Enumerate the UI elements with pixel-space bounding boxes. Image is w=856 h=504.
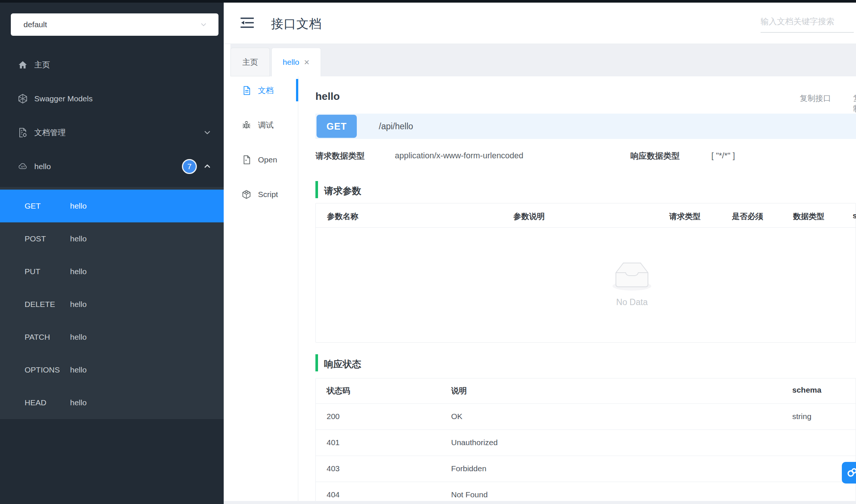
params-col-reqtype: 请求类型 bbox=[669, 211, 701, 222]
floating-settings-button[interactable] bbox=[842, 462, 856, 484]
status-schema: string bbox=[792, 412, 811, 421]
tab-home[interactable]: 主页 bbox=[230, 48, 270, 76]
api-group-select-value: default bbox=[23, 20, 200, 29]
chevron-down-icon bbox=[200, 21, 207, 28]
chevron-up-icon bbox=[203, 162, 212, 171]
params-table: 参数名称 参数说明 请求类型 是否必须 数据类型 schema bbox=[315, 203, 856, 343]
file-gear-icon bbox=[17, 127, 28, 138]
sidebar-submenu-hello: GET hello POST hello PUT hello DELETE he… bbox=[0, 187, 224, 419]
svg-text:API: API bbox=[21, 165, 25, 168]
doc-search[interactable] bbox=[761, 11, 854, 33]
rail-tab-label: 文档 bbox=[258, 85, 274, 96]
rail-divider bbox=[298, 76, 298, 504]
tab-label: hello bbox=[283, 58, 299, 67]
sidebar-endpoint-patch[interactable]: PATCH hello bbox=[0, 321, 224, 354]
method-verb: OPTIONS bbox=[25, 365, 60, 374]
sidebar-item-label: Swagger Models bbox=[34, 94, 92, 103]
sidebar-endpoint-head[interactable]: HEAD hello bbox=[0, 386, 224, 419]
count-badge: 7 bbox=[182, 159, 197, 174]
row-divider bbox=[315, 429, 856, 430]
params-col-schema: schema bbox=[853, 211, 856, 220]
sidebar-endpoint-post[interactable]: POST hello bbox=[0, 222, 224, 255]
params-col-desc: 参数说明 bbox=[513, 211, 545, 222]
rail-tab-script[interactable]: Script bbox=[242, 186, 298, 203]
status-col-schema: schema bbox=[792, 386, 821, 394]
method-verb: POST bbox=[25, 234, 46, 243]
method-name: hello bbox=[70, 333, 86, 342]
sidebar-endpoint-get[interactable]: GET hello bbox=[0, 190, 224, 222]
method-verb: PUT bbox=[25, 267, 40, 276]
method-name: hello bbox=[70, 300, 86, 309]
row-divider bbox=[315, 456, 856, 456]
rail-tab-doc[interactable]: 文档 bbox=[242, 82, 298, 99]
home-icon bbox=[17, 59, 28, 70]
sidebar: default 主页 Swagger Models 文档管理 bbox=[0, 3, 224, 504]
top-strip bbox=[0, 0, 856, 3]
request-type-value: application/x-www-form-urlencoded bbox=[395, 151, 523, 161]
status-desc: OK bbox=[451, 412, 462, 421]
knife4j-app: default 主页 Swagger Models 文档管理 bbox=[0, 0, 856, 504]
status-section-title: 响应状态 bbox=[324, 358, 361, 370]
menu-fold-icon[interactable] bbox=[240, 16, 254, 29]
tab-hello[interactable]: hello ✕ bbox=[271, 48, 321, 76]
method-name: hello bbox=[70, 267, 86, 276]
rail-tab-label: 调试 bbox=[258, 120, 274, 130]
bug-icon bbox=[242, 120, 251, 130]
sidebar-item-home[interactable]: 主页 bbox=[0, 48, 224, 82]
status-table-frame bbox=[315, 378, 856, 504]
rail-tab-label: Open bbox=[258, 155, 277, 164]
params-col-datatype: 数据类型 bbox=[793, 211, 824, 222]
status-code: 404 bbox=[327, 490, 340, 499]
status-desc: Forbidden bbox=[451, 464, 487, 473]
endpoint-url-bar: GET /api/hello bbox=[315, 114, 856, 139]
file-icon bbox=[242, 155, 251, 165]
cube-icon bbox=[17, 93, 28, 104]
file-text-icon bbox=[242, 86, 251, 95]
empty-state bbox=[608, 257, 656, 294]
sidebar-item-label: hello bbox=[34, 162, 51, 171]
status-desc: Unauthorized bbox=[451, 438, 498, 447]
params-col-name: 参数名称 bbox=[327, 211, 358, 222]
chevron-down-icon bbox=[203, 128, 212, 137]
copy-api-link[interactable]: 复制接口 bbox=[800, 93, 831, 104]
method-badge: GET bbox=[317, 115, 357, 138]
empty-inbox-icon bbox=[608, 257, 656, 294]
sidebar-endpoint-delete[interactable]: DELETE hello bbox=[0, 288, 224, 321]
tab-bar bbox=[230, 44, 856, 76]
status-col-code: 状态码 bbox=[327, 386, 350, 396]
sidebar-item-doc-manage[interactable]: 文档管理 bbox=[0, 116, 224, 149]
page-title: 接口文档 bbox=[271, 16, 322, 32]
method-verb: HEAD bbox=[25, 398, 46, 407]
sidebar-item-hello-group[interactable]: API hello 7 bbox=[0, 150, 224, 183]
section-accent-bar bbox=[315, 354, 318, 371]
search-input[interactable] bbox=[761, 11, 854, 32]
method-name: hello bbox=[70, 398, 86, 407]
method-verb: PATCH bbox=[25, 333, 50, 342]
bottom-strip bbox=[224, 501, 856, 504]
params-section-title: 请求参数 bbox=[324, 185, 361, 197]
close-icon[interactable]: ✕ bbox=[304, 58, 310, 67]
sidebar-endpoint-options[interactable]: OPTIONS hello bbox=[0, 354, 224, 386]
sidebar-endpoint-put[interactable]: PUT hello bbox=[0, 255, 224, 288]
sidebar-item-label: 文档管理 bbox=[34, 127, 66, 138]
response-type-label: 响应数据类型 bbox=[630, 150, 680, 162]
status-desc: Not Found bbox=[451, 490, 488, 499]
row-divider bbox=[315, 482, 856, 482]
method-name: hello bbox=[70, 365, 86, 374]
endpoint-title: hello bbox=[315, 91, 340, 102]
endpoint-path: /api/hello bbox=[379, 114, 413, 139]
api-group-select[interactable]: default bbox=[11, 13, 218, 36]
rail-tab-label: Script bbox=[258, 190, 278, 199]
rail-tab-open[interactable]: Open bbox=[242, 151, 298, 169]
method-name: hello bbox=[70, 202, 86, 210]
status-code: 200 bbox=[327, 412, 340, 421]
section-accent-bar bbox=[315, 181, 318, 198]
rail-tab-debug[interactable]: 调试 bbox=[242, 116, 298, 134]
params-col-required: 是否必须 bbox=[732, 211, 763, 222]
method-name: hello bbox=[70, 234, 86, 243]
status-code: 401 bbox=[327, 438, 340, 447]
sidebar-item-swagger-models[interactable]: Swagger Models bbox=[0, 82, 224, 115]
empty-state-text: No Data bbox=[608, 297, 656, 307]
circles-cluster-icon bbox=[846, 466, 856, 479]
method-verb: DELETE bbox=[25, 300, 55, 309]
